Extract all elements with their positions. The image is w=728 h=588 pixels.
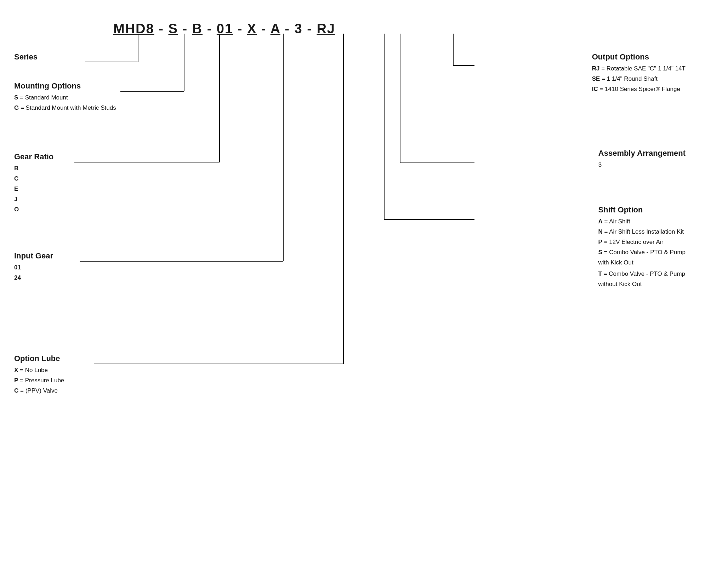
model-a: A bbox=[271, 21, 280, 36]
input-gear-01: 01 bbox=[14, 263, 53, 273]
mounting-s: S = Standard Mount bbox=[14, 93, 116, 103]
shift-s: S = Combo Valve - PTO & Pumpwith Kick Ou… bbox=[598, 247, 686, 268]
shift-n: N = Air Shift Less Installation Kit bbox=[598, 227, 686, 237]
option-lube-x: X = No Lube bbox=[14, 365, 64, 376]
model-01: 01 bbox=[217, 21, 233, 36]
input-gear-24: 24 bbox=[14, 273, 53, 283]
model-3: 3 bbox=[294, 21, 302, 36]
option-lube-label: Option Lube X = No Lube P = Pressure Lub… bbox=[14, 354, 64, 396]
shift-a: A = Air Shift bbox=[598, 217, 686, 227]
output-title: Output Options bbox=[592, 52, 686, 62]
model-sep6: - bbox=[285, 21, 294, 36]
model-sep5: - bbox=[261, 21, 271, 36]
output-label: Output Options RJ = Rotatable SAE "C" 1 … bbox=[592, 52, 686, 95]
model-sep3: - bbox=[207, 21, 217, 36]
model-number: MHD8 - S - B - 01 - X - A - 3 - RJ bbox=[113, 21, 335, 36]
model-sep4: - bbox=[238, 21, 247, 36]
gear-ratio-label: Gear Ratio B C E J O bbox=[14, 152, 53, 215]
series-label: Series bbox=[14, 52, 38, 64]
shift-label: Shift Option A = Air Shift N = Air Shift… bbox=[598, 205, 686, 290]
input-gear-title: Input Gear bbox=[14, 251, 53, 261]
gear-ratio-o: O bbox=[14, 205, 53, 215]
model-rj: RJ bbox=[317, 21, 335, 36]
mounting-title: Mounting Options bbox=[14, 81, 116, 91]
option-lube-c: C = (PPV) Valve bbox=[14, 386, 64, 396]
gear-ratio-j: J bbox=[14, 194, 53, 205]
shift-p: P = 12V Electric over Air bbox=[598, 237, 686, 247]
option-lube-title: Option Lube bbox=[14, 354, 64, 363]
shift-title: Shift Option bbox=[598, 205, 686, 215]
mounting-g: G = Standard Mount with Metric Studs bbox=[14, 103, 116, 113]
page-container: MHD8 - S - B - 01 - X - A - 3 - RJ bbox=[0, 0, 728, 588]
input-gear-label: Input Gear 01 24 bbox=[14, 251, 53, 283]
mounting-label: Mounting Options S = Standard Mount G = … bbox=[14, 81, 116, 113]
output-ic: IC = 1410 Series Spicer® Flange bbox=[592, 84, 686, 95]
gear-ratio-title: Gear Ratio bbox=[14, 152, 53, 161]
assembly-value: 3 bbox=[598, 160, 686, 170]
model-b: B bbox=[192, 21, 203, 36]
model-s: S bbox=[168, 21, 178, 36]
assembly-title: Assembly Arrangement bbox=[598, 149, 686, 158]
assembly-label: Assembly Arrangement 3 bbox=[598, 149, 686, 170]
model-mhd8: MHD8 bbox=[113, 21, 154, 36]
output-rj: RJ = Rotatable SAE "C" 1 1/4" 14T bbox=[592, 64, 686, 74]
shift-t: T = Combo Valve - PTO & Pumpwithout Kick… bbox=[598, 269, 686, 290]
output-se: SE = 1 1/4" Round Shaft bbox=[592, 74, 686, 84]
model-sep7: - bbox=[307, 21, 317, 36]
series-title: Series bbox=[14, 52, 38, 62]
gear-ratio-b: B bbox=[14, 164, 53, 174]
gear-ratio-c: C bbox=[14, 174, 53, 184]
model-sep2: - bbox=[182, 21, 192, 36]
model-sep1: - bbox=[159, 21, 168, 36]
gear-ratio-e: E bbox=[14, 184, 53, 194]
model-x: X bbox=[247, 21, 257, 36]
option-lube-p: P = Pressure Lube bbox=[14, 376, 64, 386]
